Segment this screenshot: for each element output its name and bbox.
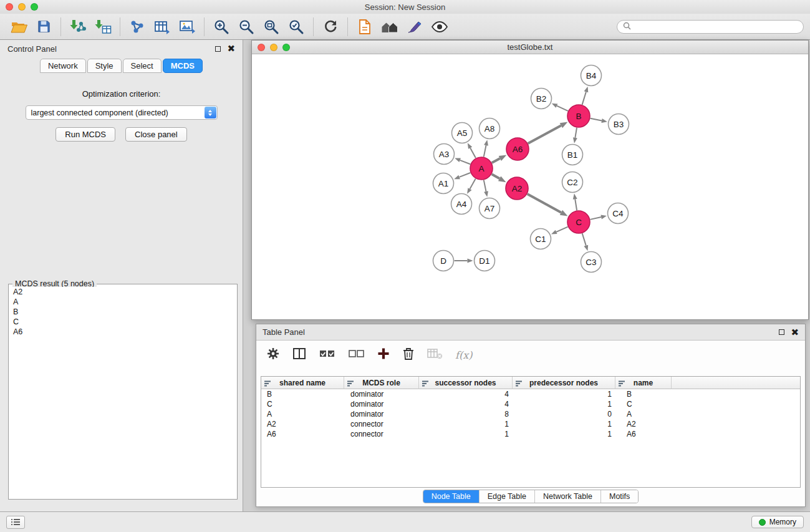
graph-edge[interactable] — [484, 180, 488, 197]
graph-node-C3[interactable]: C3 — [581, 252, 602, 273]
network-close-button[interactable] — [258, 44, 265, 51]
graph-edge[interactable] — [552, 104, 568, 111]
delete-table-icon[interactable] — [427, 347, 443, 362]
graph-node-B4[interactable]: B4 — [581, 65, 602, 86]
graph-node-B3[interactable]: B3 — [609, 114, 629, 135]
tab-node-table[interactable]: Node Table — [423, 490, 480, 503]
graph-node-B[interactable]: B — [567, 105, 590, 127]
close-panel-button[interactable]: Close panel — [125, 127, 187, 142]
tab-edge-table[interactable]: Edge Table — [480, 490, 535, 503]
graph-node-A7[interactable]: A7 — [480, 198, 500, 219]
task-history-button[interactable] — [6, 516, 25, 529]
graph-node-C1[interactable]: C1 — [531, 229, 551, 249]
table-row[interactable]: Bdominator41B — [261, 389, 800, 399]
table-row[interactable]: A2connector11A2 — [261, 419, 800, 429]
add-row-plus-icon[interactable] — [377, 347, 390, 362]
memory-button[interactable]: Memory — [751, 516, 804, 528]
open-document-icon[interactable] — [352, 16, 377, 37]
mcds-result-item[interactable]: A2 — [10, 287, 236, 297]
settings-gear-icon[interactable] — [266, 347, 280, 363]
mcds-result-item[interactable]: C — [10, 317, 236, 327]
graph-node-A2[interactable]: A2 — [506, 177, 528, 200]
graph-edge[interactable] — [455, 259, 473, 263]
zoom-selected-icon[interactable] — [284, 16, 309, 37]
table-row[interactable]: A6connector11A6 — [261, 429, 800, 439]
graph-edge[interactable] — [484, 140, 488, 157]
graph-node-A1[interactable]: A1 — [433, 173, 454, 194]
graph-node-B2[interactable]: B2 — [531, 89, 552, 109]
optimization-criterion-dropdown[interactable]: largest connected component (directed) — [26, 105, 218, 120]
graph-node-A[interactable]: A — [470, 157, 493, 180]
graph-node-A4[interactable]: A4 — [451, 194, 472, 215]
graph-edge[interactable] — [528, 122, 568, 143]
graph-edge[interactable] — [492, 174, 506, 182]
column-header-mcds-role[interactable]: MCDS role — [344, 377, 419, 389]
run-mcds-button[interactable]: Run MCDS — [55, 127, 115, 142]
zoom-window-button[interactable] — [31, 3, 38, 11]
column-header-successor-nodes[interactable]: successor nodes — [419, 377, 513, 389]
select-all-icon[interactable] — [319, 347, 335, 362]
show-hide-eye-icon[interactable] — [427, 16, 452, 37]
graph-node-A6[interactable]: A6 — [506, 138, 529, 160]
graph-edge[interactable] — [573, 128, 577, 143]
table-row[interactable]: Cdominator41C — [261, 399, 800, 409]
mcds-result-item[interactable]: A — [10, 297, 236, 307]
close-window-button[interactable] — [6, 3, 13, 11]
mcds-result-list[interactable]: A2ABCA6 — [10, 287, 236, 498]
column-selector-icon[interactable] — [292, 347, 306, 362]
graph-edge[interactable] — [492, 155, 507, 163]
graph-node-B1[interactable]: B1 — [562, 145, 583, 165]
graph-edge[interactable] — [455, 158, 470, 165]
float-panel-icon[interactable] — [215, 46, 221, 52]
refresh-icon[interactable] — [318, 16, 343, 37]
graph-edge[interactable] — [582, 233, 588, 251]
open-session-icon[interactable] — [6, 16, 31, 37]
close-panel-icon[interactable]: ✖ — [227, 46, 235, 52]
graph-edge[interactable] — [467, 179, 476, 194]
column-header-predecessor-nodes[interactable]: predecessor nodes — [513, 377, 615, 389]
zoom-fit-icon[interactable] — [259, 16, 284, 37]
graph-edge[interactable] — [454, 173, 470, 179]
graph-edge[interactable] — [582, 87, 589, 105]
tab-network-table[interactable]: Network Table — [535, 490, 601, 503]
zoom-out-icon[interactable] — [234, 16, 259, 37]
new-network-icon[interactable] — [125, 16, 150, 37]
column-header-name[interactable]: name — [615, 377, 672, 389]
graph-node-D[interactable]: D — [433, 251, 454, 271]
tab-motifs[interactable]: Motifs — [601, 490, 638, 503]
mcds-result-item[interactable]: A6 — [10, 327, 236, 337]
network-zoom-button[interactable] — [282, 44, 290, 51]
graph-edge[interactable] — [591, 118, 607, 123]
apply-style-icon[interactable] — [402, 16, 427, 37]
graph-node-A8[interactable]: A8 — [480, 118, 500, 139]
graph-node-A3[interactable]: A3 — [434, 144, 455, 165]
tab-style[interactable]: Style — [87, 59, 122, 73]
graph-edge[interactable] — [573, 193, 577, 210]
tab-select[interactable]: Select — [123, 59, 162, 73]
tab-mcds[interactable]: MCDS — [163, 59, 203, 73]
graph-edge[interactable] — [591, 215, 607, 220]
mcds-result-item[interactable]: B — [10, 307, 236, 317]
column-header-shared-name[interactable]: shared name — [261, 377, 344, 389]
unselect-all-icon[interactable] — [348, 347, 365, 362]
delete-row-trash-icon[interactable] — [402, 347, 415, 363]
export-image-icon[interactable] — [175, 16, 200, 37]
graph-edge[interactable] — [528, 194, 568, 216]
import-network-from-file-icon[interactable] — [65, 16, 90, 37]
float-table-panel-icon[interactable] — [779, 329, 784, 335]
graph-node-C[interactable]: C — [567, 211, 590, 233]
search-input[interactable] — [635, 21, 798, 32]
tab-network[interactable]: Network — [40, 59, 86, 73]
graph-node-C4[interactable]: C4 — [608, 203, 629, 224]
home-icon[interactable] — [377, 16, 402, 37]
graph-node-A5[interactable]: A5 — [452, 123, 473, 143]
graph-edge[interactable] — [551, 227, 568, 235]
close-table-panel-icon[interactable]: ✖ — [791, 329, 799, 336]
zoom-in-icon[interactable] — [209, 16, 234, 37]
graph-node-D1[interactable]: D1 — [475, 251, 495, 271]
table-row[interactable]: Adominator80A — [261, 409, 800, 419]
graph-edge[interactable] — [468, 143, 476, 158]
minimize-window-button[interactable] — [18, 3, 26, 11]
network-canvas[interactable]: B4B2BB3A5A8A6B1A3AC2A1A2A4A7C4CC1C3DD1 — [253, 55, 808, 319]
graph-node-C2[interactable]: C2 — [562, 172, 583, 193]
